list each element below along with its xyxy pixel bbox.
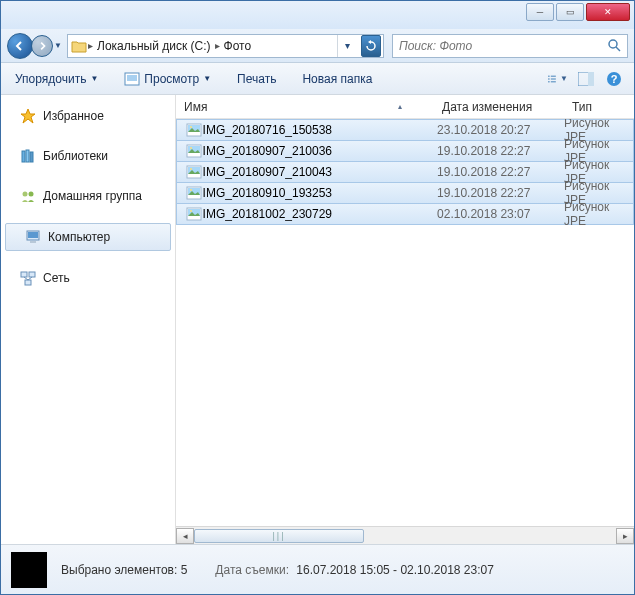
file-type: Рисунок JPE bbox=[564, 200, 633, 228]
svg-rect-22 bbox=[21, 272, 27, 277]
svg-rect-15 bbox=[26, 150, 29, 162]
preview-button[interactable]: Просмотр▼ bbox=[120, 70, 215, 88]
svg-rect-3 bbox=[127, 75, 137, 81]
search-icon bbox=[608, 39, 621, 52]
column-headers: Имя▴ Дата изменения Тип bbox=[176, 95, 634, 119]
svg-rect-5 bbox=[551, 75, 556, 76]
sort-arrow-icon: ▴ bbox=[398, 102, 402, 111]
image-file-icon bbox=[185, 143, 203, 159]
search-box[interactable] bbox=[392, 34, 628, 58]
preview-pane-button[interactable] bbox=[576, 69, 596, 89]
sidebar-item-libraries[interactable]: Библиотеки bbox=[1, 143, 175, 169]
minimize-button[interactable]: ─ bbox=[526, 3, 554, 21]
address-bar[interactable]: ▸ Локальный диск (C:) ▸ Фото ▾ bbox=[67, 34, 384, 58]
svg-point-32 bbox=[190, 147, 192, 149]
back-button[interactable] bbox=[7, 33, 33, 59]
file-date: 19.10.2018 22:27 bbox=[437, 144, 564, 158]
svg-text:?: ? bbox=[611, 73, 618, 85]
svg-rect-21 bbox=[30, 241, 36, 243]
thumbnail bbox=[11, 552, 47, 588]
sidebar-label: Избранное bbox=[43, 109, 104, 123]
file-date: 02.10.2018 23:07 bbox=[437, 207, 564, 221]
file-date: 23.10.2018 20:27 bbox=[437, 123, 564, 137]
network-icon bbox=[19, 269, 37, 287]
file-name: IMG_20181002_230729 bbox=[203, 207, 437, 221]
svg-rect-14 bbox=[22, 151, 25, 162]
column-date[interactable]: Дата изменения bbox=[442, 100, 572, 114]
sidebar-label: Компьютер bbox=[48, 230, 110, 244]
scroll-right-button[interactable]: ▸ bbox=[616, 528, 634, 544]
status-bar: Выбрано элементов: 5 Дата съемки: 16.07.… bbox=[1, 544, 634, 594]
body: Избранное Библиотеки Домашняя группа Ком… bbox=[1, 95, 634, 544]
arrow-left-icon bbox=[14, 40, 26, 52]
sidebar-label: Сеть bbox=[43, 271, 70, 285]
file-row[interactable]: IMG_20181002_23072902.10.2018 23:07Рисун… bbox=[176, 203, 634, 225]
new-folder-button[interactable]: Новая папка bbox=[298, 70, 376, 88]
horizontal-scrollbar[interactable]: ◂ ||| ▸ bbox=[176, 526, 634, 544]
svg-point-0 bbox=[609, 40, 617, 48]
navbar: ▼ ▸ Локальный диск (C:) ▸ Фото ▾ bbox=[1, 29, 634, 63]
organize-button[interactable]: Упорядочить▼ bbox=[11, 70, 102, 88]
file-name: IMG_20180907_210036 bbox=[203, 144, 437, 158]
column-type[interactable]: Тип bbox=[572, 100, 634, 114]
sidebar-item-computer[interactable]: Компьютер bbox=[5, 223, 171, 251]
sidebar-label: Домашняя группа bbox=[43, 189, 142, 203]
svg-line-1 bbox=[616, 47, 620, 51]
svg-rect-24 bbox=[25, 280, 31, 285]
help-icon: ? bbox=[606, 71, 622, 87]
search-input[interactable] bbox=[399, 39, 608, 53]
scroll-left-button[interactable]: ◂ bbox=[176, 528, 194, 544]
scroll-track[interactable]: ||| bbox=[194, 528, 616, 544]
refresh-button[interactable] bbox=[361, 35, 381, 57]
preview-icon bbox=[124, 72, 140, 86]
maximize-button[interactable]: ▭ bbox=[556, 3, 584, 21]
column-name[interactable]: Имя▴ bbox=[184, 100, 442, 114]
svg-point-35 bbox=[190, 168, 192, 170]
svg-rect-23 bbox=[29, 272, 35, 277]
library-icon bbox=[19, 147, 37, 165]
breadcrumb-folder[interactable]: Фото bbox=[220, 39, 256, 53]
sidebar-item-network[interactable]: Сеть bbox=[1, 265, 175, 291]
file-name: IMG_20180716_150538 bbox=[203, 123, 437, 137]
file-date: 19.10.2018 22:27 bbox=[437, 165, 564, 179]
file-name: IMG_20180910_193253 bbox=[203, 186, 437, 200]
refresh-icon bbox=[365, 40, 377, 52]
file-list: IMG_20180716_15053823.10.2018 20:27Рисун… bbox=[176, 119, 634, 526]
svg-point-38 bbox=[190, 189, 192, 191]
svg-rect-7 bbox=[551, 78, 556, 79]
file-name: IMG_20180907_210043 bbox=[203, 165, 437, 179]
address-dropdown[interactable]: ▾ bbox=[337, 35, 357, 57]
close-button[interactable]: ✕ bbox=[586, 3, 630, 21]
svg-rect-20 bbox=[28, 232, 38, 238]
svg-rect-6 bbox=[548, 78, 550, 79]
print-button[interactable]: Печать bbox=[233, 70, 280, 88]
svg-point-29 bbox=[190, 126, 192, 128]
help-button[interactable]: ? bbox=[604, 69, 624, 89]
svg-point-41 bbox=[190, 210, 192, 212]
file-date: 19.10.2018 22:27 bbox=[437, 186, 564, 200]
image-file-icon bbox=[185, 206, 203, 222]
view-options-button[interactable]: ▼ bbox=[548, 69, 568, 89]
svg-point-18 bbox=[29, 192, 34, 197]
svg-rect-11 bbox=[588, 72, 594, 86]
nav-history-dropdown[interactable]: ▼ bbox=[53, 33, 63, 59]
sidebar-label: Библиотеки bbox=[43, 149, 108, 163]
svg-rect-8 bbox=[548, 81, 550, 82]
status-selected: Выбрано элементов: 5 bbox=[61, 563, 187, 577]
image-file-icon bbox=[185, 164, 203, 180]
sidebar-item-homegroup[interactable]: Домашняя группа bbox=[1, 183, 175, 209]
sidebar: Избранное Библиотеки Домашняя группа Ком… bbox=[1, 95, 176, 544]
star-icon bbox=[19, 107, 37, 125]
svg-rect-16 bbox=[30, 152, 33, 162]
main-pane: Имя▴ Дата изменения Тип IMG_20180716_150… bbox=[176, 95, 634, 544]
svg-rect-9 bbox=[551, 81, 556, 82]
nav-buttons: ▼ bbox=[7, 33, 63, 59]
scroll-thumb[interactable]: ||| bbox=[194, 529, 364, 543]
breadcrumb-drive[interactable]: Локальный диск (C:) bbox=[93, 39, 215, 53]
computer-icon bbox=[24, 228, 42, 246]
sidebar-item-favorites[interactable]: Избранное bbox=[1, 103, 175, 129]
status-shot-date: Дата съемки: 16.07.2018 15:05 - 02.10.20… bbox=[215, 563, 493, 577]
titlebar: ─ ▭ ✕ bbox=[1, 1, 634, 29]
forward-button[interactable] bbox=[31, 35, 53, 57]
toolbar: Упорядочить▼ Просмотр▼ Печать Новая папк… bbox=[1, 63, 634, 95]
